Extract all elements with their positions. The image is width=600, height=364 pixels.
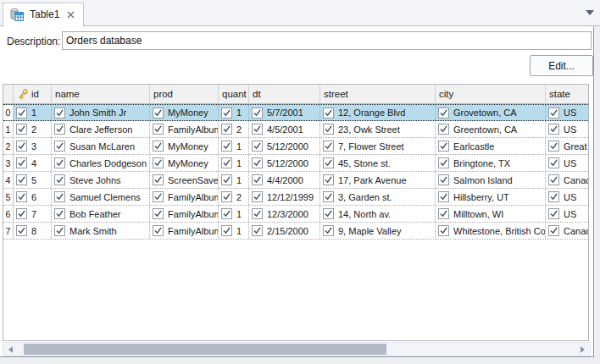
cell-name[interactable]: Susan McLaren — [52, 138, 150, 154]
cell-checkbox[interactable] — [438, 141, 449, 152]
cell-checkbox[interactable] — [153, 141, 164, 152]
cell-checkbox[interactable] — [153, 225, 164, 236]
cell-street[interactable]: 7, Flower Street — [320, 138, 436, 154]
cell-checkbox[interactable] — [548, 225, 559, 236]
edit-button[interactable]: Edit... — [530, 55, 593, 76]
cell-checkbox[interactable] — [221, 225, 232, 236]
cell-prod[interactable]: FamilyAlbum — [150, 206, 219, 222]
cell-checkbox[interactable] — [252, 191, 263, 202]
cell-checkbox[interactable] — [438, 174, 449, 185]
cell-city[interactable]: Greentown, CA — [436, 121, 546, 137]
tab-table1[interactable]: Table1 — [3, 3, 84, 27]
cell-checkbox[interactable] — [252, 108, 263, 119]
scroll-left-icon[interactable] — [8, 346, 13, 353]
cell-name[interactable]: John Smith Jr — [52, 105, 150, 120]
cell-name[interactable]: Mark Smith — [52, 223, 150, 239]
cell-checkbox[interactable] — [54, 191, 65, 202]
cell-quant[interactable]: 1 — [219, 223, 249, 239]
row-number[interactable]: 7 — [3, 223, 14, 239]
cell-id[interactable]: 7 — [14, 206, 52, 222]
cell-checkbox[interactable] — [153, 208, 164, 219]
scrollbar-thumb[interactable] — [24, 344, 386, 355]
cell-street[interactable]: 14, North av. — [320, 206, 436, 222]
cell-name[interactable]: Clare Jefferson — [52, 121, 150, 137]
cell-quant[interactable]: 1 — [219, 206, 249, 222]
cell-checkbox[interactable] — [54, 108, 65, 119]
cell-checkbox[interactable] — [221, 108, 232, 119]
row-number[interactable]: 5 — [3, 189, 14, 205]
cell-dt[interactable]: 5/12/2000 — [249, 138, 320, 154]
column-header-quant[interactable]: quant — [219, 85, 249, 104]
chevron-down-icon[interactable] — [586, 10, 594, 15]
cell-quant[interactable]: 1 — [219, 105, 249, 120]
cell-checkbox[interactable] — [16, 225, 27, 236]
cell-checkbox[interactable] — [54, 225, 65, 236]
row-number[interactable]: 6 — [3, 206, 14, 222]
cell-name[interactable]: Charles Dodgeson — [52, 155, 150, 171]
cell-prod[interactable]: FamilyAlbum — [150, 121, 219, 137]
column-header-city[interactable]: city — [436, 85, 546, 104]
cell-checkbox[interactable] — [252, 157, 263, 168]
row-number[interactable]: 3 — [3, 155, 14, 171]
cell-prod[interactable]: FamilyAlbum — [150, 189, 219, 205]
cell-street[interactable]: 45, Stone st. — [320, 155, 436, 171]
cell-checkbox[interactable] — [153, 124, 164, 135]
cell-street[interactable]: 12, Orange Blvd — [320, 105, 436, 120]
cell-checkbox[interactable] — [323, 124, 334, 135]
cell-checkbox[interactable] — [548, 191, 559, 202]
cell-checkbox[interactable] — [16, 108, 27, 119]
cell-city[interactable]: Salmon Island — [436, 172, 546, 188]
cell-dt[interactable]: 4/5/2001 — [249, 121, 320, 137]
cell-quant[interactable]: 2 — [219, 189, 249, 205]
cell-checkbox[interactable] — [16, 141, 27, 152]
cell-checkbox[interactable] — [221, 157, 232, 168]
table-row[interactable]: 56Samuel ClemensFamilyAlbum212/12/19993,… — [3, 189, 588, 206]
cell-checkbox[interactable] — [323, 208, 334, 219]
cell-state[interactable]: Great Britain — [546, 138, 589, 154]
cell-checkbox[interactable] — [153, 157, 164, 168]
table-row[interactable]: 23Susan McLarenMyMoney15/12/20007, Flowe… — [3, 138, 588, 155]
cell-name[interactable]: Bob Feather — [52, 206, 150, 222]
cell-checkbox[interactable] — [221, 124, 232, 135]
cell-prod[interactable]: MyMoney — [150, 138, 219, 154]
cell-street[interactable]: 9, Maple Valley — [320, 223, 436, 239]
cell-prod[interactable]: MyMoney — [150, 105, 219, 120]
cell-checkbox[interactable] — [16, 191, 27, 202]
cell-quant[interactable]: 2 — [219, 121, 249, 137]
cell-state[interactable]: US — [546, 155, 589, 171]
cell-street[interactable]: 17, Park Avenue — [320, 172, 436, 188]
cell-street[interactable]: 3, Garden st. — [320, 189, 436, 205]
cell-id[interactable]: 1 — [14, 105, 52, 120]
cell-id[interactable]: 8 — [14, 223, 52, 239]
cell-checkbox[interactable] — [252, 208, 263, 219]
cell-checkbox[interactable] — [323, 225, 334, 236]
cell-city[interactable]: Whitestone, British Columbia — [436, 223, 546, 239]
column-header-dt[interactable]: dt — [249, 85, 320, 104]
cell-checkbox[interactable] — [16, 174, 27, 185]
cell-state[interactable]: Canada — [546, 172, 589, 188]
cell-checkbox[interactable] — [54, 141, 65, 152]
cell-checkbox[interactable] — [54, 174, 65, 185]
cell-dt[interactable]: 2/15/2000 — [249, 223, 320, 239]
cell-id[interactable]: 4 — [14, 155, 52, 171]
cell-checkbox[interactable] — [323, 174, 334, 185]
cell-state[interactable]: US — [546, 189, 589, 205]
cell-checkbox[interactable] — [548, 108, 559, 119]
cell-city[interactable]: Grovetown, CA — [436, 105, 546, 120]
cell-id[interactable]: 5 — [14, 172, 52, 188]
table-row[interactable]: 12Clare JeffersonFamilyAlbum24/5/200123,… — [3, 121, 588, 138]
cell-checkbox[interactable] — [438, 124, 449, 135]
cell-checkbox[interactable] — [252, 174, 263, 185]
cell-dt[interactable]: 5/7/2001 — [249, 105, 320, 120]
cell-checkbox[interactable] — [16, 208, 27, 219]
scroll-right-icon[interactable] — [581, 346, 585, 353]
table-row[interactable]: 01John Smith JrMyMoney15/7/200112, Orang… — [3, 104, 588, 121]
cell-quant[interactable]: 1 — [219, 155, 249, 171]
cell-checkbox[interactable] — [54, 208, 65, 219]
row-number[interactable]: 2 — [3, 138, 14, 154]
cell-checkbox[interactable] — [323, 157, 334, 168]
table-row[interactable]: 45Steve JohnsScreenSaver14/4/200017, Par… — [3, 172, 588, 189]
row-number[interactable]: 0 — [3, 105, 14, 120]
cell-id[interactable]: 3 — [14, 138, 52, 154]
cell-checkbox[interactable] — [221, 174, 232, 185]
